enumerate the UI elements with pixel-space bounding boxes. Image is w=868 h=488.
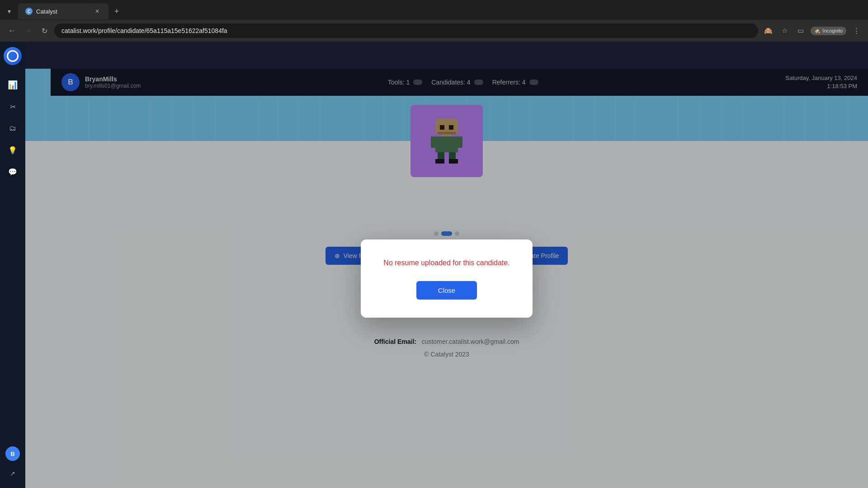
reload-button[interactable]: ↻: [38, 24, 51, 37]
sidebar-item-messages[interactable]: 💬: [4, 163, 22, 181]
sidebar-item-ideas[interactable]: 💡: [4, 141, 22, 159]
app-logo[interactable]: [4, 47, 22, 65]
messages-icon: 💬: [8, 168, 17, 176]
back-button[interactable]: ←: [5, 24, 18, 37]
incognito-badge: 🕵 Incognito: [811, 27, 846, 35]
menu-button[interactable]: ⋮: [850, 24, 863, 37]
new-tab-button[interactable]: +: [110, 5, 123, 18]
address-bar[interactable]: [54, 23, 758, 38]
modal-message: No resume uploaded for this candidate.: [383, 258, 509, 268]
browser-chrome: ▾ C Catalyst ✕ + ← → ↻ 🙈 ☆ ▭ 🕵 Incognito…: [0, 0, 868, 42]
forward-button[interactable]: →: [22, 24, 34, 37]
share-icon: ↗: [10, 470, 15, 477]
ideas-icon: 💡: [8, 146, 17, 155]
sidebar-share-button[interactable]: ↗: [4, 465, 22, 483]
analytics-icon: 📊: [8, 80, 18, 90]
modal-close-button[interactable]: Close: [416, 281, 477, 300]
incognito-label: Incognito: [822, 28, 843, 33]
sidebar-item-analytics[interactable]: 📊: [4, 76, 22, 94]
candidates-icon: 🗂: [9, 124, 16, 132]
main-content: B BryanMills bry.mills01@gmail.com Tools…: [25, 69, 868, 488]
page-background: ⊕ View Resume ⊕ View Cover Letter ✏ Edit…: [25, 69, 868, 488]
tab-favicon: C: [25, 8, 33, 15]
sidebar-toggle-icon[interactable]: ▭: [794, 24, 807, 37]
modal-overlay: No resume uploaded for this candidate. C…: [25, 69, 868, 488]
modal-dialog: No resume uploaded for this candidate. C…: [361, 239, 532, 318]
sidebar: 📊 ✂ 🗂 💡 💬 B ↗: [0, 42, 25, 488]
sidebar-bottom: B ↗: [4, 446, 22, 483]
tools-icon: ✂: [10, 103, 16, 111]
tab-close-button[interactable]: ✕: [93, 7, 101, 15]
nav-bar: ← → ↻ 🙈 ☆ ▭ 🕵 Incognito ⋮: [0, 20, 868, 42]
sidebar-item-candidates[interactable]: 🗂: [4, 119, 22, 137]
tab-dropdown-btn[interactable]: ▾: [2, 4, 16, 19]
eye-slash-icon: 🙈: [762, 24, 774, 37]
tab-title: Catalyst: [36, 8, 90, 15]
bookmark-icon[interactable]: ☆: [778, 24, 791, 37]
nav-actions: 🙈 ☆ ▭ 🕵 Incognito ⋮: [762, 24, 863, 37]
sidebar-avatar[interactable]: B: [5, 446, 20, 461]
active-tab[interactable]: C Catalyst ✕: [18, 3, 108, 19]
sidebar-item-tools[interactable]: ✂: [4, 98, 22, 116]
tab-bar: ▾ C Catalyst ✕ +: [0, 0, 868, 20]
app-container: 📊 ✂ 🗂 💡 💬 B ↗ B: [0, 42, 868, 488]
incognito-icon: 🕵: [814, 28, 821, 34]
